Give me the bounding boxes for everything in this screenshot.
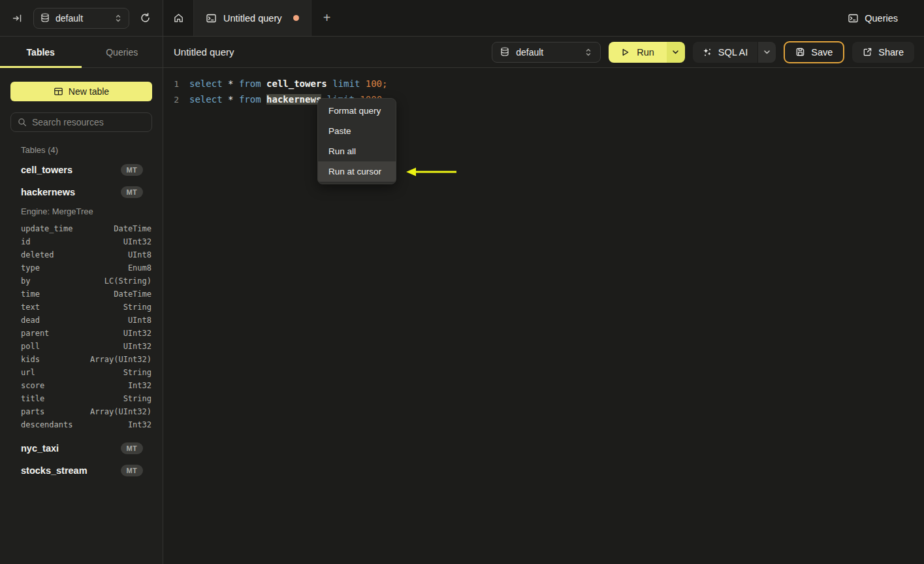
sql-ai-label: SQL AI <box>718 47 748 58</box>
code-token: cell_towers <box>266 78 327 89</box>
annotation-arrow <box>405 166 458 178</box>
code-token: limit <box>332 78 366 89</box>
column-name: time <box>21 290 40 299</box>
context-menu-item[interactable]: Run at cursor <box>318 161 396 182</box>
context-menu: Format queryPasteRun allRun at cursor <box>317 98 396 184</box>
save-button[interactable]: Save <box>784 41 844 63</box>
table-row[interactable]: hackernewsMT <box>21 181 151 203</box>
editor-toolbar: Untitled query default <box>163 37 924 68</box>
refresh-button[interactable] <box>138 11 152 25</box>
column-row: titleString <box>21 392 151 405</box>
code-token: hackernews <box>266 94 321 105</box>
chevron-down-icon <box>672 50 679 55</box>
column-row: idUInt32 <box>21 235 151 248</box>
app-root: default <box>0 0 924 564</box>
column-type: Array(UInt32) <box>90 407 151 416</box>
editor-pane: Untitled query default <box>163 37 924 564</box>
column-row: urlString <box>21 366 151 379</box>
column-type: DateTime <box>114 290 151 299</box>
updown-chevron-icon <box>584 48 592 57</box>
column-row: update_timeDateTime <box>21 222 151 235</box>
share-button[interactable]: Share <box>852 42 914 63</box>
save-icon <box>795 47 805 57</box>
queries-button-label: Queries <box>865 13 898 24</box>
search-input[interactable] <box>32 117 145 127</box>
code-token: ; <box>382 78 387 89</box>
queries-icon <box>848 13 859 24</box>
line-number: 1 <box>163 79 179 89</box>
save-label: Save <box>811 47 833 58</box>
tables-section-label: Tables (4) <box>21 145 151 155</box>
code-lines: 1select * from cell_towers limit 100;2se… <box>163 76 924 107</box>
refresh-icon <box>140 12 151 24</box>
table-name: stocks_stream <box>21 465 88 476</box>
tab-strip: Untitled query + Queries <box>163 0 924 36</box>
column-row: deletedUInt8 <box>21 248 151 261</box>
code-token: from <box>239 94 266 105</box>
sidebar: Tables Queries New table <box>0 37 163 564</box>
tab-untitled-query[interactable]: Untitled query <box>194 0 311 36</box>
context-menu-item[interactable]: Paste <box>318 121 396 141</box>
sidebar-tab-tables[interactable]: Tables <box>0 37 82 67</box>
code-text: select * from cell_towers limit 100; <box>189 78 388 89</box>
table-row[interactable]: nyc_taxiMT <box>21 437 151 459</box>
column-name: text <box>21 303 40 312</box>
column-name: parent <box>21 329 49 338</box>
column-name: id <box>21 237 30 246</box>
column-type: UInt32 <box>123 329 151 338</box>
context-menu-item[interactable]: Format query <box>318 101 396 121</box>
terminal-icon <box>206 13 217 24</box>
code-token: 100 <box>366 78 382 89</box>
sidebar-tab-queries[interactable]: Queries <box>82 37 163 67</box>
home-button[interactable] <box>163 0 194 36</box>
column-type: UInt32 <box>123 342 151 351</box>
run-button[interactable]: Run <box>609 42 685 63</box>
chevron-down-icon <box>763 50 771 55</box>
new-tab-button[interactable]: + <box>311 0 342 36</box>
plus-icon: + <box>323 10 331 25</box>
toolbar-database-selector[interactable]: default <box>492 42 601 63</box>
database-selector-value: default <box>56 13 83 24</box>
run-dropdown[interactable] <box>667 42 685 63</box>
column-row: deadUInt8 <box>21 314 151 327</box>
column-type: LC(String) <box>104 276 151 286</box>
share-label: Share <box>878 47 904 58</box>
context-menu-item[interactable]: Run all <box>318 141 396 161</box>
column-type: String <box>123 394 151 403</box>
table-name: hackernews <box>21 187 75 197</box>
topbar-left-section: default <box>0 0 163 36</box>
engine-badge: MT <box>121 164 143 176</box>
run-label: Run <box>637 47 654 58</box>
column-name: by <box>21 276 30 286</box>
column-type: Int32 <box>128 381 151 390</box>
new-table-button[interactable]: New table <box>10 82 152 101</box>
database-selector[interactable]: default <box>33 8 129 29</box>
engine-badge: MT <box>121 465 143 476</box>
tables-list: cell_towersMThackernewsMTEngine: MergeTr… <box>0 155 163 482</box>
column-name: dead <box>21 316 40 325</box>
column-name: deleted <box>21 250 54 259</box>
code-token: * <box>228 78 239 89</box>
home-icon <box>173 12 184 24</box>
sql-ai-button[interactable]: SQL AI <box>693 42 776 63</box>
column-type: UInt8 <box>128 316 151 325</box>
new-table-label: New table <box>69 86 109 97</box>
column-type: UInt8 <box>128 250 151 259</box>
search-box <box>10 112 152 132</box>
table-row[interactable]: cell_towersMT <box>21 159 151 181</box>
code-line: 2select * from hackernews limit 1000 <box>163 91 924 107</box>
column-row: pollUInt32 <box>21 340 151 353</box>
table-name: cell_towers <box>21 165 72 175</box>
sql-editor[interactable]: 1select * from cell_towers limit 100;2se… <box>163 68 924 564</box>
sql-ai-main: SQL AI <box>693 42 757 63</box>
top-bar: default <box>0 0 924 37</box>
collapse-sidebar-button[interactable] <box>10 12 24 25</box>
queries-button[interactable]: Queries <box>848 0 898 36</box>
column-list: update_timeDateTimeidUInt32deletedUInt8t… <box>21 219 151 437</box>
database-icon <box>500 47 509 57</box>
column-name: title <box>21 394 44 403</box>
toolbar-database-value: default <box>516 47 543 58</box>
updown-chevron-icon <box>114 14 122 23</box>
table-row[interactable]: stocks_streamMT <box>21 459 151 482</box>
sql-ai-dropdown[interactable] <box>757 42 776 63</box>
